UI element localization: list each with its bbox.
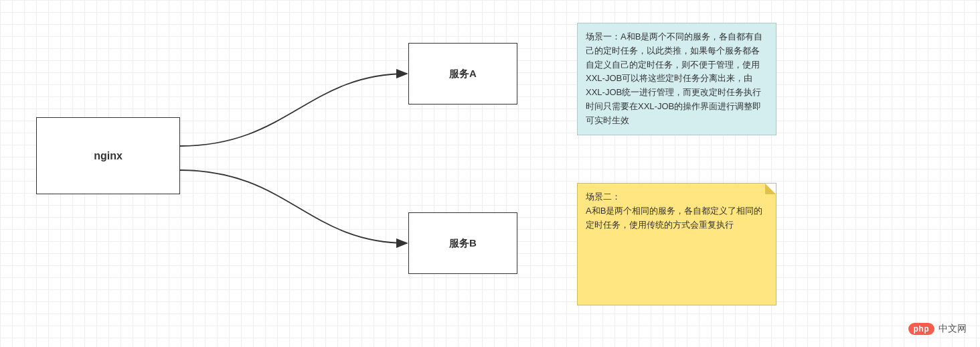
note-scenario-2: 场景二： A和B是两个相同的服务，各自都定义了相同的定时任务，使用传统的方式会重… [577,183,777,305]
site-watermark: php 中文网 [908,323,967,335]
logo-text: 中文网 [938,323,967,335]
service-b-node: 服务B [408,212,517,274]
note-scenario-1: 场景一：A和B是两个不同的服务，各自都有自己的定时任务，以此类推，如果每个服务都… [577,23,777,135]
note-scenario-2-title: 场景二： [586,190,768,204]
logo-pill: php [908,323,935,335]
service-a-node: 服务A [408,43,517,105]
service-b-label: 服务B [449,237,477,250]
note-scenario-2-text: A和B是两个相同的服务，各自都定义了相同的定时任务，使用传统的方式会重复执行 [586,204,768,232]
service-a-label: 服务A [449,68,477,80]
nginx-node: nginx [36,117,180,194]
note-scenario-1-text: 场景一：A和B是两个不同的服务，各自都有自己的定时任务，以此类推，如果每个服务都… [586,31,762,125]
nginx-label: nginx [94,150,122,162]
